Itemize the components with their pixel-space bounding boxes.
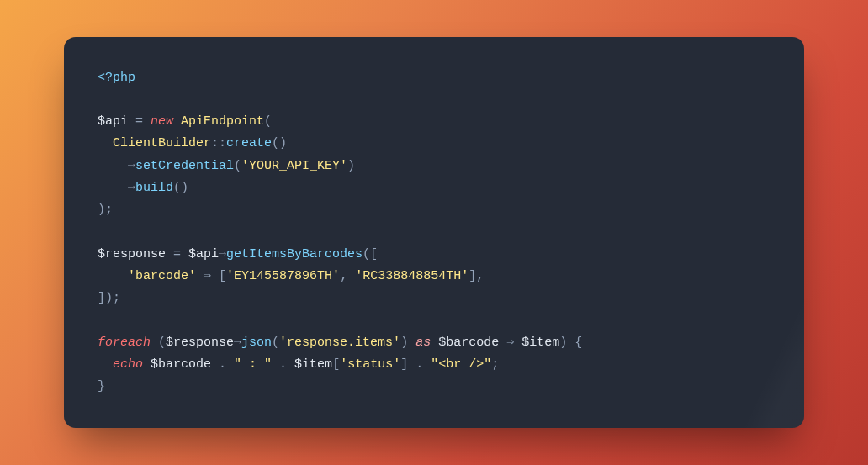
php-open-tag: <?php	[98, 71, 135, 85]
php-code-block: <?php $api = new ApiEndpoint( ClientBuil…	[98, 67, 770, 399]
var: $api	[98, 114, 128, 129]
code-snippet-card: <?php $api = new ApiEndpoint( ClientBuil…	[64, 37, 804, 429]
